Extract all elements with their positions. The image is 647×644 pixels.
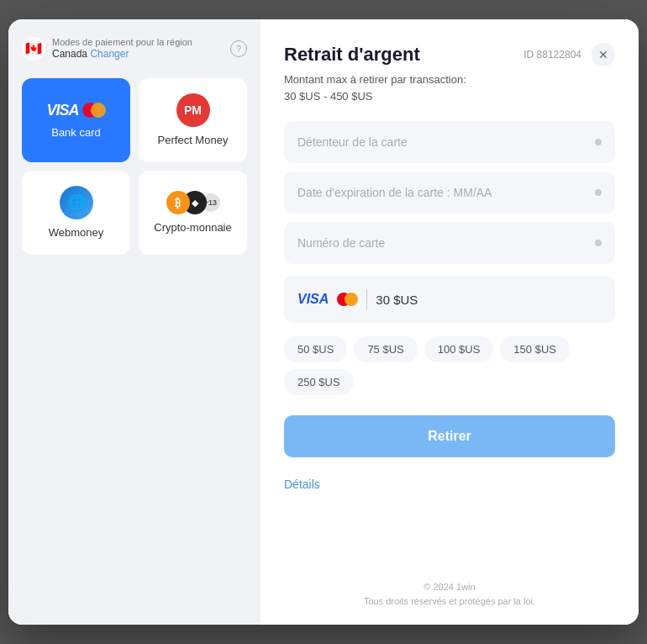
card-number-field[interactable]: Numéro de carte <box>284 222 615 264</box>
crypto-icons: ₿ ◆ +13 <box>166 191 220 214</box>
max-amount-line2: 30 $US - 450 $US <box>284 90 373 103</box>
change-link[interactable]: Changer <box>90 48 129 60</box>
field-dot-3 <box>595 240 602 246</box>
withdraw-button[interactable]: Retirer <box>284 415 615 457</box>
left-panel: 🇨🇦 Modes de paiement pour la région Cana… <box>8 19 260 625</box>
perfect-money-icon: PM <box>176 93 210 127</box>
amount-display-field[interactable]: VISA 30 $US <box>284 276 615 323</box>
payment-method-webmoney[interactable]: 🌐 Webmoney <box>22 171 130 255</box>
card-expiry-field[interactable]: Date d'expiration de la carte : MM/AA <box>284 172 615 214</box>
region-header: 🇨🇦 Modes de paiement pour la région Cana… <box>22 36 247 61</box>
quick-amount-buttons: 50 $US 75 $US 100 $US 150 $US 250 $US <box>284 336 615 395</box>
card-expiry-placeholder: Date d'expiration de la carte : MM/AA <box>297 186 492 199</box>
right-header: Retrait d'argent ID 88122804 ✕ <box>284 43 615 66</box>
visa-blue-text: VISA <box>297 292 329 307</box>
field-dot-1 <box>595 139 602 145</box>
quick-amount-50[interactable]: 50 $US <box>284 336 347 362</box>
crypto-label: Crypto-monnaie <box>154 221 232 234</box>
page-title: Retrait d'argent <box>284 44 420 66</box>
footer: © 2024 1win Tous droits réservés et prot… <box>284 563 615 608</box>
help-icon[interactable]: ? <box>230 40 247 57</box>
mastercard-circles <box>82 103 106 118</box>
webmoney-label: Webmoney <box>49 226 104 239</box>
right-panel: Retrait d'argent ID 88122804 ✕ Montant m… <box>260 19 639 625</box>
mc-yellow-circle <box>91 103 106 118</box>
bitcoin-icon: ₿ <box>166 191 190 214</box>
region-country: Canada <box>52 48 87 60</box>
payment-method-bank-card[interactable]: VISA Bank card <box>22 78 130 162</box>
bank-card-label: Bank card <box>51 126 101 139</box>
webmoney-icon: 🌐 <box>60 186 93 219</box>
amount-divider <box>366 289 367 309</box>
withdrawal-form: Détenteur de la carte Date d'expiration … <box>284 121 615 491</box>
header-right: ID 88122804 ✕ <box>523 43 615 66</box>
canada-flag-icon: 🇨🇦 <box>22 37 45 61</box>
region-text: Modes de paiement pour la région Canada … <box>52 36 192 61</box>
payment-method-perfect-money[interactable]: PM Perfect Money <box>139 78 247 162</box>
max-amount-line1: Montant max à retirer par transaction: <box>284 73 466 86</box>
quick-amount-100[interactable]: 100 $US <box>424 336 494 362</box>
perfect-money-label: Perfect Money <box>158 134 229 146</box>
mc-small-yellow <box>345 293 358 306</box>
main-modal: 🇨🇦 Modes de paiement pour la région Cana… <box>8 19 639 625</box>
payment-methods-grid: VISA Bank card PM Perfect Money 🌐 Webmon… <box>22 78 247 255</box>
field-dot-2 <box>595 189 602 196</box>
visa-mc-icon: VISA <box>46 102 105 119</box>
region-line1: Modes de paiement pour la région <box>52 36 192 48</box>
close-button[interactable]: ✕ <box>592 43 615 66</box>
footer-line2: Tous droits réservés et protégés par la … <box>284 594 615 609</box>
quick-amount-75[interactable]: 75 $US <box>354 336 417 362</box>
amount-value: 30 $US <box>376 293 418 307</box>
details-link[interactable]: Détails <box>284 478 615 491</box>
visa-text: VISA <box>46 102 78 119</box>
card-holder-field[interactable]: Détenteur de la carte <box>284 121 615 163</box>
transaction-id: ID 88122804 <box>523 49 581 61</box>
card-number-placeholder: Numéro de carte <box>297 236 385 250</box>
quick-amount-250[interactable]: 250 $US <box>284 369 354 395</box>
amount-visa-mc-icon: VISA <box>297 292 358 307</box>
card-holder-placeholder: Détenteur de la carte <box>297 135 408 149</box>
payment-method-crypto[interactable]: ₿ ◆ +13 Crypto-monnaie <box>139 171 247 255</box>
footer-line1: © 2024 1win <box>284 580 615 594</box>
quick-amount-150[interactable]: 150 $US <box>500 336 570 362</box>
max-amount-info: Montant max à retirer par transaction: 3… <box>284 71 615 104</box>
mc-small-icons <box>337 293 358 306</box>
